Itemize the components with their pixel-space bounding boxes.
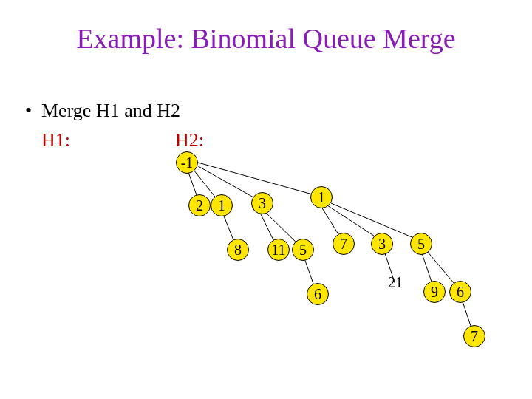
node-9: 9	[423, 281, 446, 303]
node-5a: 5	[292, 239, 314, 261]
node-8: 8	[227, 239, 249, 261]
node-1a: 1	[211, 194, 233, 216]
node-7a: 7	[332, 233, 355, 255]
node-1b: 1	[310, 186, 332, 208]
node-11: 11	[267, 239, 290, 261]
node-3: 3	[251, 192, 273, 214]
node-6a: 6	[307, 283, 329, 305]
svg-line-3	[198, 163, 318, 196]
svg-line-9	[327, 205, 381, 240]
node-3b: 3	[371, 233, 393, 255]
node-7b: 7	[463, 325, 485, 347]
node-21: 21	[384, 275, 406, 290]
node-5b: 5	[410, 233, 432, 255]
node-root: -1	[176, 151, 198, 174]
node-2: 2	[188, 194, 211, 216]
node-6b: 6	[449, 281, 471, 303]
